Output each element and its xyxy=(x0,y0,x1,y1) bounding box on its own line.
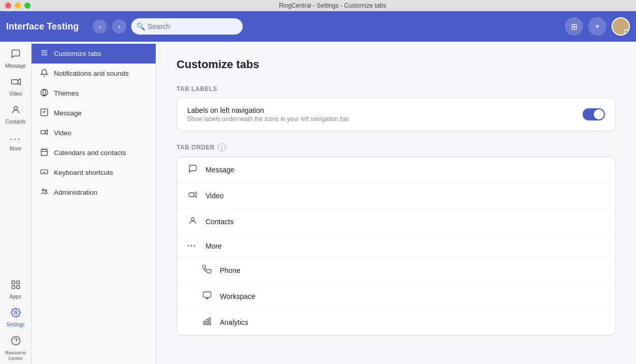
sidebar-item-apps[interactable]: Apps xyxy=(2,277,30,302)
svg-rect-39 xyxy=(204,321,205,325)
left-nav: Message Video Contacts ··· More Apps xyxy=(0,42,32,364)
svg-point-32 xyxy=(45,190,47,191)
sidebar-item-message[interactable]: Message xyxy=(2,46,30,72)
themes-label: Themes xyxy=(54,89,79,97)
sidebar-video-icon xyxy=(40,128,49,138)
avatar[interactable] xyxy=(612,17,630,36)
sidebar-item-resource-center[interactable]: ResourceCenter xyxy=(2,332,30,364)
nav-back-button[interactable]: ‹ xyxy=(93,19,107,34)
tab-order-phone-row: Phone xyxy=(177,258,615,284)
sidebar-video-label: Video xyxy=(54,129,71,137)
search-icon: 🔍 xyxy=(136,22,145,31)
grid-icon-button[interactable]: ⊞ xyxy=(565,17,583,36)
maximize-button[interactable] xyxy=(24,3,31,9)
video-label: Video xyxy=(9,91,22,97)
svg-rect-6 xyxy=(16,281,19,284)
more-icon: ··· xyxy=(10,133,21,144)
tab-video-label: Video xyxy=(206,192,224,200)
svg-rect-19 xyxy=(41,131,45,134)
apps-label: Apps xyxy=(10,294,21,299)
tab-order-analytics-row: Analytics xyxy=(177,310,615,335)
svg-marker-20 xyxy=(45,130,47,134)
tab-contacts-label: Contacts xyxy=(206,218,234,226)
sidebar-item-more[interactable]: ··· More xyxy=(2,130,30,155)
header-actions: ⊞ + xyxy=(565,17,630,36)
settings-icon xyxy=(11,308,21,320)
tab-analytics-icon xyxy=(201,317,213,328)
sidebar-item-administration[interactable]: Administration xyxy=(32,183,156,202)
tab-order-info-icon[interactable]: i xyxy=(218,143,226,151)
app-title: Interface Testing xyxy=(6,21,88,32)
sidebar-item-contacts[interactable]: Contacts xyxy=(2,102,30,128)
keyboard-shortcuts-label: Keyboard shortcuts xyxy=(54,169,113,176)
sidebar-item-calendars-and-contacts[interactable]: Calendars and contacts xyxy=(32,143,156,163)
search-input[interactable] xyxy=(131,18,243,35)
svg-rect-25 xyxy=(41,170,47,174)
tab-order-section-label: Tab order xyxy=(177,144,215,151)
sidebar-message-label: Message xyxy=(54,109,82,117)
calendars-icon xyxy=(40,148,49,158)
svg-point-4 xyxy=(14,106,17,110)
nav-forward-button[interactable]: › xyxy=(112,19,126,34)
settings-sidebar: Customize tabs Notifications and sounds … xyxy=(32,42,156,364)
svg-rect-8 xyxy=(16,286,19,289)
svg-rect-36 xyxy=(204,292,211,297)
svg-point-31 xyxy=(42,189,44,191)
tab-order-more-row: ••• More xyxy=(177,235,615,258)
tab-order-video-row: Video xyxy=(177,183,615,209)
notifications-icon xyxy=(40,69,49,78)
customize-tabs-label: Customize tabs xyxy=(54,50,101,57)
tab-workspace-icon xyxy=(201,291,213,302)
labels-nav-subtitle: Show labels underneath the icons in your… xyxy=(187,115,583,123)
resource-center-label: ResourceCenter xyxy=(5,350,26,361)
sidebar-item-message[interactable]: Message xyxy=(32,103,156,123)
main-layout: Message Video Contacts ··· More Apps xyxy=(0,42,636,364)
page-title: Customize tabs xyxy=(177,58,616,71)
sidebar-item-notifications[interactable]: Notifications and sounds xyxy=(32,64,156,83)
svg-marker-34 xyxy=(194,192,196,198)
sidebar-item-video[interactable]: Video xyxy=(32,123,156,143)
keyboard-icon xyxy=(40,168,49,177)
tab-order-message-row: Message xyxy=(177,157,615,183)
avatar-status xyxy=(624,29,629,35)
svg-marker-3 xyxy=(18,79,20,85)
tab-more-icon: ••• xyxy=(187,242,198,250)
labels-nav-title: Labels on left navigation xyxy=(187,106,583,114)
sidebar-item-settings[interactable]: Settings xyxy=(2,305,30,330)
settings-label: Settings xyxy=(6,322,24,327)
labels-toggle[interactable] xyxy=(583,108,605,120)
sidebar-item-themes[interactable]: Themes xyxy=(32,83,156,103)
sidebar-item-video[interactable]: Video xyxy=(2,74,30,100)
sidebar-item-customize-tabs[interactable]: Customize tabs xyxy=(32,44,156,64)
add-button[interactable]: + xyxy=(588,17,606,36)
svg-rect-33 xyxy=(189,193,194,197)
sidebar-item-keyboard-shortcuts[interactable]: Keyboard shortcuts xyxy=(32,163,156,183)
message-icon xyxy=(11,49,21,62)
tab-workspace-label: Workspace xyxy=(220,292,255,300)
contacts-icon xyxy=(11,105,21,117)
svg-point-10 xyxy=(11,337,20,345)
tab-more-label: More xyxy=(206,242,222,250)
sidebar-message-icon xyxy=(40,108,49,118)
tab-labels-section-label: Tab labels xyxy=(177,85,616,93)
tab-order-card: Message Video Contacts ••• More xyxy=(177,157,616,336)
tab-message-icon xyxy=(187,164,198,175)
calendars-label: Calendars and contacts xyxy=(54,149,126,157)
svg-point-9 xyxy=(14,312,17,314)
svg-rect-41 xyxy=(209,318,211,325)
close-button[interactable] xyxy=(5,3,11,9)
notifications-label: Notifications and sounds xyxy=(54,70,129,77)
customize-tabs-icon xyxy=(40,49,49,58)
administration-icon xyxy=(40,188,49,197)
svg-rect-2 xyxy=(11,80,18,84)
labels-on-left-nav-row: Labels on left navigation Show labels un… xyxy=(177,98,615,131)
svg-point-0 xyxy=(617,21,624,28)
minimize-button[interactable] xyxy=(15,3,21,9)
resource-center-icon xyxy=(11,336,21,348)
more-label: More xyxy=(10,146,21,151)
tab-phone-icon xyxy=(201,265,213,276)
header: Interface Testing ‹ › 🔍 ⊞ + xyxy=(0,11,636,42)
svg-point-15 xyxy=(41,89,47,96)
message-label: Message xyxy=(5,63,26,69)
administration-label: Administration xyxy=(54,189,98,196)
